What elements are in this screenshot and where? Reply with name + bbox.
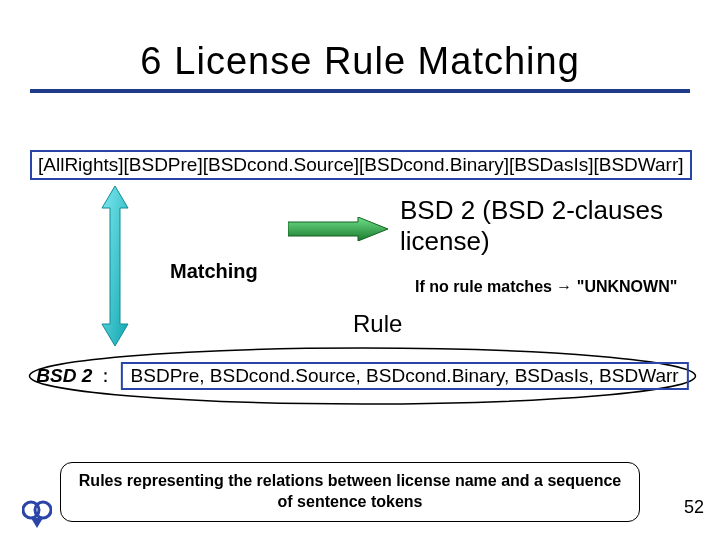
caption-bubble: Rules representing the relations between… [60, 462, 640, 522]
rule-tokens: BSDPre, BSDcond.Source, BSDcond.Binary, … [121, 362, 689, 390]
rule-definition-ellipse: BSD 2： BSDPre, BSDcond.Source, BSDcond.B… [25, 345, 700, 407]
marker-icon [22, 498, 52, 528]
page-number: 52 [684, 497, 704, 518]
svg-marker-0 [102, 186, 128, 346]
rule-name: BSD 2 [36, 365, 92, 386]
no-match-note: If no rule matches → "UNKNOWN" [415, 277, 677, 298]
page-title: License Rule Matching [174, 40, 579, 82]
rule-definition: BSD 2： BSDPre, BSDcond.Source, BSDcond.B… [36, 362, 688, 390]
rule-separator: ： [96, 365, 115, 386]
double-arrow-vertical-icon [100, 186, 130, 346]
svg-point-4 [35, 502, 51, 518]
title-row: 6License Rule Matching [30, 40, 690, 93]
caption-text: Rules representing the relations between… [73, 471, 627, 513]
title-number: 6 [140, 40, 162, 82]
matching-label: Matching [170, 260, 258, 283]
rule-label: Rule [353, 310, 402, 338]
match-result: BSD 2 (BSD 2-clauses license) [400, 195, 680, 257]
arrow-right-icon [288, 217, 388, 241]
svg-marker-1 [288, 217, 388, 241]
token-sequence-box: [AllRights][BSDPre][BSDcond.Source][BSDc… [30, 150, 692, 180]
